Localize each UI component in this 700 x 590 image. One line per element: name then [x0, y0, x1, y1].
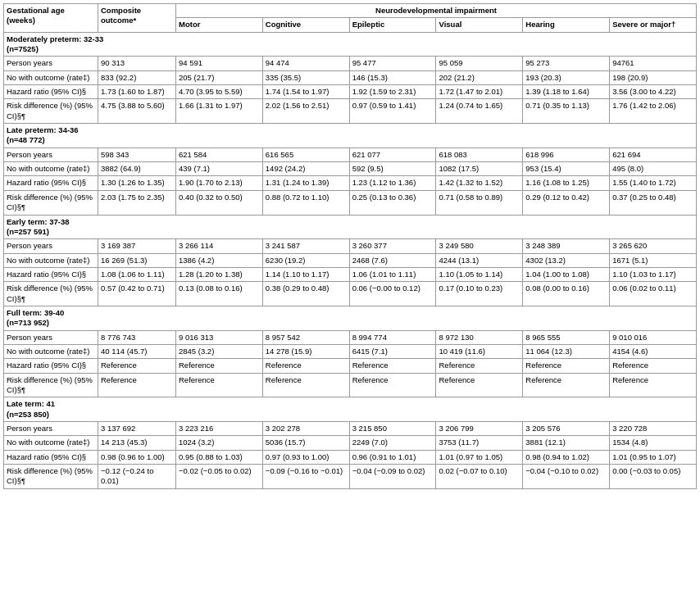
cell-label: No with outcome (rate‡)	[4, 70, 98, 84]
cell-cognitive: Reference	[262, 359, 349, 373]
cell-motor: 1024 (3.2)	[176, 436, 263, 450]
cell-motor: 94 591	[176, 57, 263, 70]
cell-label: Person years	[4, 330, 98, 344]
cell-hearing: 1.39 (1.18 to 1.64)	[523, 85, 610, 99]
cell-severe: 94761	[610, 57, 697, 70]
cell-severe: 495 (8.0)	[610, 162, 697, 176]
cell-motor: −0.02 (−0.05 to 0.02)	[176, 465, 263, 489]
cell-severe: 3.56 (3.00 to 4.22)	[610, 85, 697, 99]
cell-composite: Reference	[98, 359, 176, 373]
cell-composite: 833 (92.2)	[98, 70, 176, 84]
cell-severe: 0.00 (−0.03 to 0.05)	[610, 465, 697, 489]
section-title-moderately: Moderately preterm: 32-33(n=7525)	[4, 32, 697, 57]
cell-epileptic: 2468 (7.6)	[349, 253, 436, 267]
cell-composite: −0.12 (−0.24 to 0.01)	[98, 465, 176, 489]
cell-visual: 95 059	[436, 57, 523, 70]
cell-motor: 205 (21.7)	[176, 70, 263, 84]
cell-motor: 3 266 114	[176, 239, 263, 253]
cell-epileptic: 6415 (7.1)	[349, 344, 436, 358]
cell-cognitive: 6230 (19.2)	[262, 253, 349, 267]
cell-hearing: Reference	[523, 373, 610, 397]
cell-cognitive: 94 474	[262, 57, 349, 70]
cell-visual: 1.72 (1.47 to 2.01)	[436, 85, 523, 99]
cell-composite: 3 169 387	[98, 239, 176, 253]
cell-composite: 0.98 (0.96 to 1.00)	[98, 450, 176, 464]
cell-visual: 10 419 (11.6)	[436, 344, 523, 358]
cell-epileptic: 0.06 (−0.00 to 0.12)	[349, 282, 436, 306]
section-title-late_term: Late term: 41(n=253 850)	[4, 397, 697, 422]
cell-epileptic: 0.25 (0.13 to 0.36)	[349, 190, 436, 215]
cell-composite: 90 313	[98, 57, 176, 70]
section-late: Late preterm: 34-36(n=48 772)	[4, 124, 697, 148]
cell-composite: Reference	[98, 373, 176, 397]
cell-label: No with outcome (rate‡)	[4, 253, 98, 267]
cell-motor: 1.90 (1.70 to 2.13)	[176, 176, 263, 190]
section-title-early: Early term: 37-38(n=257 591)	[4, 215, 697, 239]
cell-epileptic: 95 477	[349, 57, 436, 70]
cell-hearing: 1.16 (1.08 to 1.25)	[523, 176, 610, 190]
cell-label: No with outcome (rate‡)	[4, 436, 98, 450]
table-row: Risk difference (%) (95% CI)§¶2.03 (1.75…	[4, 190, 697, 215]
table-row: Hazard ratio (95% CI)§1.30 (1.26 to 1.35…	[4, 176, 697, 190]
cell-epileptic: −0.04 (−0.09 to 0.02)	[349, 465, 436, 489]
cell-label: Risk difference (%) (95% CI)§¶	[4, 373, 98, 397]
cell-label: Person years	[4, 422, 98, 436]
cell-visual: 0.02 (−0.07 to 0.10)	[436, 465, 523, 489]
cell-cognitive: 2.02 (1.56 to 2.51)	[262, 99, 349, 124]
table-row: Risk difference (%) (95% CI)§¶4.75 (3.88…	[4, 99, 697, 124]
cell-visual: 1.24 (0.74 to 1.65)	[436, 99, 523, 124]
cell-cognitive: 8 957 542	[262, 330, 349, 344]
cell-label: Hazard ratio (95% CI)§	[4, 85, 98, 99]
cell-visual: 202 (21.2)	[436, 70, 523, 84]
cell-cognitive: 1.31 (1.24 to 1.39)	[262, 176, 349, 190]
cell-composite: 598 343	[98, 148, 176, 161]
cell-severe: 9 010 016	[610, 330, 697, 344]
table-row: Risk difference (%) (95% CI)§¶0.57 (0.42…	[4, 282, 697, 306]
cell-motor: 621 584	[176, 148, 263, 161]
cell-epileptic: 0.97 (0.59 to 1.41)	[349, 99, 436, 124]
cell-hearing: 3881 (12.1)	[523, 436, 610, 450]
cell-severe: 3 265 620	[610, 239, 697, 253]
table-row: Person years8 776 7439 016 3138 957 5428…	[4, 330, 697, 344]
cell-epileptic: 592 (9.5)	[349, 162, 436, 176]
cell-hearing: 1.04 (1.00 to 1.08)	[523, 267, 610, 281]
table-row: Person years3 137 6923 223 2163 202 2783…	[4, 422, 697, 436]
cell-composite: 40 114 (45.7)	[98, 344, 176, 358]
cell-epileptic: 3 215 850	[349, 422, 436, 436]
cell-severe: 1.10 (1.03 to 1.17)	[610, 267, 697, 281]
cell-cognitive: 1.14 (1.10 to 1.17)	[262, 267, 349, 281]
cell-severe: 1671 (5.1)	[610, 253, 697, 267]
cell-composite: 3882 (64.9)	[98, 162, 176, 176]
cell-visual: Reference	[436, 359, 523, 373]
cell-hearing: −0.04 (−0.10 to 0.02)	[523, 465, 610, 489]
cell-severe: 3 220 728	[610, 422, 697, 436]
cell-severe: 0.06 (0.02 to 0.11)	[610, 282, 697, 306]
cell-motor: 0.95 (0.88 to 1.03)	[176, 450, 263, 464]
cell-label: Risk difference (%) (95% CI)§¶	[4, 465, 98, 489]
cell-epileptic: 1.92 (1.59 to 2.31)	[349, 85, 436, 99]
section-late_term: Late term: 41(n=253 850)	[4, 397, 697, 422]
cell-label: Hazard ratio (95% CI)§	[4, 267, 98, 281]
cell-visual: 1.10 (1.05 to 1.14)	[436, 267, 523, 281]
table-row: No with outcome (rate‡)14 213 (45.3)1024…	[4, 436, 697, 450]
cell-severe: 198 (20.9)	[610, 70, 697, 84]
cell-composite: 2.03 (1.75 to 2.35)	[98, 190, 176, 215]
cell-composite: 14 213 (45.3)	[98, 436, 176, 450]
cell-severe: 1534 (4.8)	[610, 436, 697, 450]
cell-visual: 1.01 (0.97 to 1.05)	[436, 450, 523, 464]
cell-epileptic: 146 (15.3)	[349, 70, 436, 84]
cell-cognitive: 14 278 (15.9)	[262, 344, 349, 358]
col-gestational-age: Gestational age (weeks)	[4, 4, 98, 33]
cell-motor: Reference	[176, 373, 263, 397]
cell-hearing: 193 (20.3)	[523, 70, 610, 84]
table-row: Person years598 343621 584616 565621 077…	[4, 148, 697, 161]
cell-composite: 8 776 743	[98, 330, 176, 344]
table-row: Hazard ratio (95% CI)§1.73 (1.60 to 1.87…	[4, 85, 697, 99]
table-row: Risk difference (%) (95% CI)§¶−0.12 (−0.…	[4, 465, 697, 489]
cell-composite: 4.75 (3.88 to 5.60)	[98, 99, 176, 124]
cell-visual: 618 083	[436, 148, 523, 161]
col-motor: Motor	[176, 18, 263, 32]
cell-epileptic: Reference	[349, 373, 436, 397]
cell-composite: 1.30 (1.26 to 1.35)	[98, 176, 176, 190]
cell-cognitive: Reference	[262, 373, 349, 397]
